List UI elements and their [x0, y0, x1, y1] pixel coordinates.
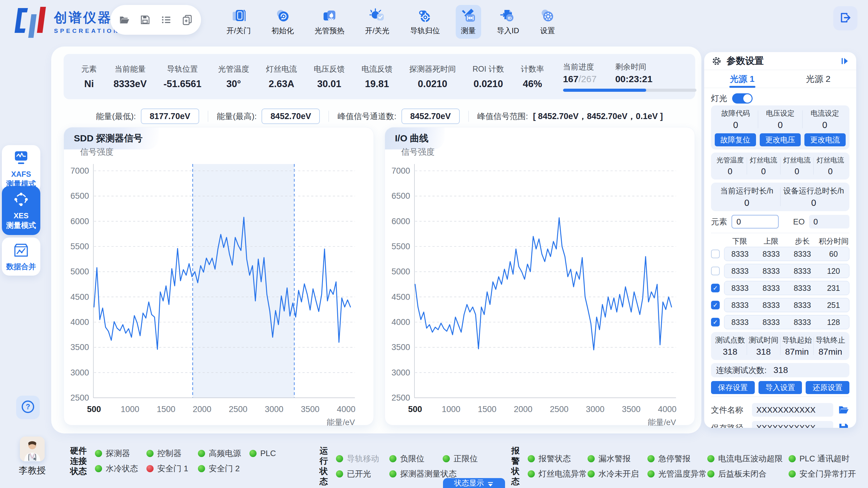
file-input[interactable]: XXXXXXXXXXX	[752, 421, 833, 428]
avatar[interactable]	[20, 436, 45, 461]
column-header: 积分时间	[818, 236, 849, 246]
test-stat-label: 测试时间	[749, 335, 778, 345]
save-icon[interactable]	[139, 14, 151, 26]
status-text: 高频电源	[209, 448, 241, 459]
status-text: 水冷未开启	[598, 468, 639, 479]
footer-group-0: 硬件连接状态探测器控制器高频电源PLC水冷状态安全门 1安全门 2	[70, 446, 301, 477]
nav-item-rail[interactable]: 导轨归位	[405, 5, 445, 39]
collapse-panel-icon[interactable]	[840, 57, 849, 66]
svg-text:5000: 5000	[70, 267, 89, 276]
nav-label: 导入ID	[497, 26, 519, 36]
mode-label: XES测量模式	[6, 211, 36, 230]
element-row: 元素0EO0	[711, 214, 849, 229]
settings-button-1[interactable]: 导入设置	[758, 381, 802, 394]
folder-open-icon[interactable]	[118, 14, 130, 26]
duplicate-icon[interactable]	[182, 14, 193, 26]
row-values[interactable]: 833383338333251	[724, 298, 849, 312]
nav-item-preheat[interactable]: 光管预热	[310, 5, 349, 39]
feedback-stat-value: 0	[795, 167, 799, 176]
sidebar-mode-xes[interactable]: XES测量模式	[2, 186, 40, 235]
row-checkbox[interactable]: ✓	[711, 284, 720, 292]
file-input[interactable]: XXXXXXXXXXX	[752, 403, 833, 417]
merge-icon	[13, 242, 29, 259]
init-icon	[275, 8, 290, 24]
fault-stat-value: 0	[778, 120, 783, 130]
status-text: 水冷状态	[106, 463, 138, 474]
stat-5: 电压反馈30.01	[305, 64, 353, 90]
table-row: ✓833383338333231	[711, 281, 849, 295]
cell-value: 8333	[756, 250, 787, 259]
selection-region[interactable]	[193, 164, 294, 398]
tab-light-source-1[interactable]: 光源 1	[704, 70, 780, 88]
energy-input[interactable]: 8177.70eV	[141, 108, 199, 124]
group-label: 硬件连接状态	[70, 446, 87, 477]
nav-item-settings[interactable]: 设置	[535, 5, 560, 39]
save-blue-icon[interactable]	[838, 422, 849, 428]
energy-field-1: 能量(最高):8452.70eV	[217, 108, 320, 124]
mode-label: 数据合并	[6, 262, 36, 271]
rail-icon	[417, 8, 433, 24]
status-indicator: 安全门 1	[147, 463, 198, 474]
cell-value: 8333	[756, 284, 787, 293]
user-name: 李教授	[10, 464, 54, 477]
light-toggle[interactable]	[732, 93, 753, 103]
status-indicator: 安全门 2	[198, 463, 249, 474]
cell-value: 8333	[724, 250, 756, 259]
exit-button[interactable]	[833, 6, 858, 30]
status-indicator: 已开光	[336, 468, 389, 479]
row-values[interactable]: 833383338333231	[724, 281, 849, 295]
status-indicator: 急停警报	[647, 453, 707, 464]
eo-input[interactable]: 0	[809, 215, 849, 228]
nav-item-door[interactable]: 开/关门	[221, 5, 256, 39]
nav-item-init[interactable]: 初始化	[267, 5, 299, 39]
chart-plot[interactable]: 2500300035004000450050005500600065007000…	[385, 127, 695, 426]
status-text: 正限位	[454, 453, 478, 464]
row-values[interactable]: 83338333833360	[724, 247, 849, 261]
stat-3: 光管温度30°	[210, 64, 257, 90]
row-values[interactable]: 833383338333128	[724, 315, 849, 329]
nav-item-measure[interactable]: 测量	[456, 5, 481, 39]
list-icon[interactable]	[160, 14, 172, 26]
row-checkbox[interactable]: ✓	[711, 318, 720, 326]
table-row: 833383338333120	[711, 264, 849, 278]
nav-item-import-id[interactable]: ID导入ID	[492, 5, 524, 39]
status-display-toggle[interactable]: 状态显示	[443, 478, 505, 488]
fault-button-2[interactable]: 更改电流	[804, 133, 846, 147]
element-label: 元素	[711, 217, 727, 227]
energy-settings-row: 能量(最低):8177.70eV能量(最高):8452.70eV峰值信号通道数:…	[64, 108, 695, 125]
column-header: 下限	[724, 236, 755, 246]
svg-text:4000: 4000	[70, 318, 89, 327]
stat-value: 46%	[523, 78, 542, 90]
folder-blue-icon[interactable]	[838, 404, 849, 416]
fault-button-1[interactable]: 更改电压	[760, 133, 801, 147]
settings-button-0[interactable]: 保存设置	[711, 381, 755, 394]
repeat-value[interactable]: 318	[773, 365, 788, 375]
row-checkbox[interactable]	[711, 250, 720, 258]
element-input[interactable]: 0	[732, 215, 779, 228]
main-nav: 开/关门初始化光管预热开/关光导轨归位测量ID导入ID设置	[221, 4, 560, 40]
green-dot-icon	[95, 465, 102, 472]
row-checkbox[interactable]: ✓	[711, 301, 720, 310]
peak-range-label: 峰值信号范围:	[477, 111, 528, 122]
fault-button-0[interactable]: 故障复位	[715, 133, 756, 147]
energy-input[interactable]: 8452.70eV	[261, 108, 320, 124]
light-icon	[370, 8, 385, 24]
cell-value: 8333	[787, 318, 818, 327]
row-checkbox[interactable]	[711, 267, 720, 275]
nav-item-light[interactable]: 开/关光	[360, 5, 395, 39]
chart-plot[interactable]: 2500300035004000450050005500600065007000…	[64, 127, 374, 426]
svg-text:1500: 1500	[478, 404, 496, 414]
row-values[interactable]: 833383338333120	[724, 264, 849, 278]
status-indicator: 探测器测量状态	[389, 468, 457, 479]
sidebar-mode-数据合并[interactable]: 数据合并	[2, 237, 40, 275]
svg-text:3000: 3000	[392, 368, 410, 377]
green-dot-icon	[788, 470, 796, 478]
eo-label: EO	[793, 217, 805, 227]
stat-label: 元素	[81, 64, 97, 74]
settings-button-2[interactable]: 还原设置	[806, 381, 849, 394]
energy-input[interactable]: 8452.70eV	[401, 108, 460, 124]
tab-light-source-2[interactable]: 光源 2	[780, 70, 856, 88]
green-dot-icon	[198, 450, 205, 457]
status-text: 报警状态	[538, 453, 571, 464]
help-button[interactable]: ?	[16, 396, 40, 419]
